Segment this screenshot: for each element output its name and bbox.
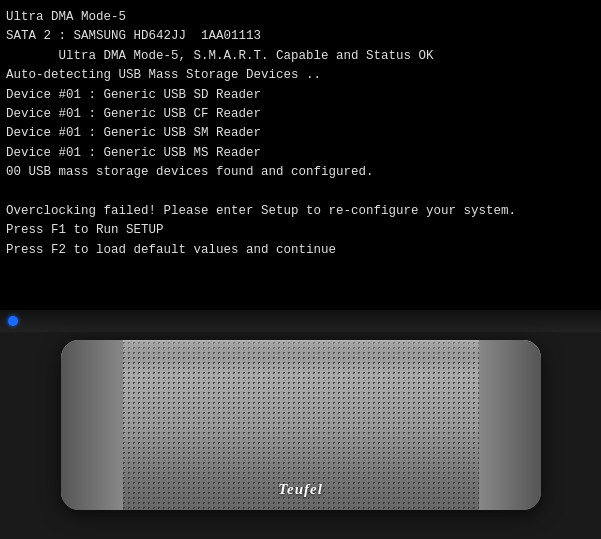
speaker-body: Teufel bbox=[61, 340, 541, 510]
speaker-right-panel bbox=[479, 340, 541, 510]
bios-line: Ultra DMA Mode-5 bbox=[6, 8, 595, 27]
bios-line: Press F1 to Run SETUP bbox=[6, 221, 595, 240]
bios-line: SATA 2 : SAMSUNG HD642JJ 1AA01113 bbox=[6, 27, 595, 46]
speaker-highlight bbox=[71, 340, 531, 358]
bios-line: Overclocking failed! Please enter Setup … bbox=[6, 202, 595, 221]
bios-output: Ultra DMA Mode-5SATA 2 : SAMSUNG HD642JJ… bbox=[6, 8, 595, 260]
speaker-brand-label: Teufel bbox=[278, 481, 323, 498]
bios-line bbox=[6, 182, 595, 201]
speaker-left-panel bbox=[61, 340, 123, 510]
bios-line: 00 USB mass storage devices found and co… bbox=[6, 163, 595, 182]
bios-screen: Ultra DMA Mode-5SATA 2 : SAMSUNG HD642JJ… bbox=[0, 0, 601, 310]
bios-line: Device #01 : Generic USB SD Reader bbox=[6, 86, 595, 105]
bios-line: Device #01 : Generic USB SM Reader bbox=[6, 124, 595, 143]
bios-line: Device #01 : Generic USB MS Reader bbox=[6, 144, 595, 163]
bios-line: Ultra DMA Mode-5, S.M.A.R.T. Capable and… bbox=[6, 47, 595, 66]
bios-line: Device #01 : Generic USB CF Reader bbox=[6, 105, 595, 124]
bios-line: Press F2 to load default values and cont… bbox=[6, 241, 595, 260]
bios-line: Auto-detecting USB Mass Storage Devices … bbox=[6, 66, 595, 85]
power-led bbox=[8, 316, 18, 326]
speaker-section: Teufel bbox=[0, 310, 601, 539]
monitor-bezel bbox=[0, 310, 601, 332]
